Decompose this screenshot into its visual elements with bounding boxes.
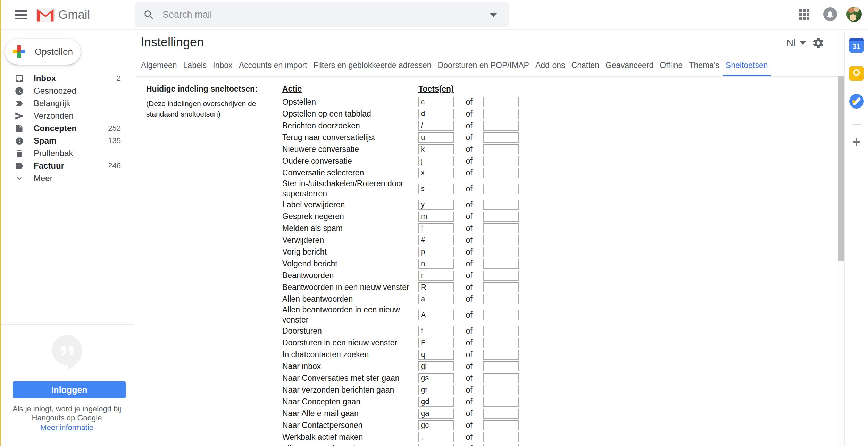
shortcut-key-input[interactable]	[418, 247, 454, 257]
shortcut-key-input[interactable]	[418, 259, 454, 269]
shortcut-alt-key-input[interactable]	[483, 200, 519, 210]
shortcut-key-input[interactable]	[418, 444, 454, 446]
shortcut-key-input[interactable]	[418, 310, 454, 320]
shortcut-key-input[interactable]	[418, 282, 454, 292]
tasks-icon[interactable]	[849, 94, 864, 109]
tab-chatten[interactable]: Chatten	[568, 56, 603, 76]
scrollbar-thumb[interactable]	[838, 76, 844, 261]
shortcut-alt-key-input[interactable]	[483, 373, 519, 383]
search-options-caret-icon[interactable]	[490, 13, 497, 17]
shortcut-alt-key-input[interactable]	[483, 259, 519, 269]
tab-thema-s[interactable]: Thema's	[686, 56, 722, 76]
shortcut-alt-key-input[interactable]	[483, 223, 519, 233]
shortcut-key-input[interactable]	[418, 409, 454, 419]
tab-sneltoetsen[interactable]: Sneltoetsen	[723, 56, 771, 76]
shortcut-key-input[interactable]	[418, 132, 454, 143]
tab-offline[interactable]: Offline	[657, 56, 686, 76]
tab-inbox[interactable]: Inbox	[210, 56, 235, 76]
shortcut-alt-key-input[interactable]	[483, 212, 519, 222]
shortcut-alt-key-input[interactable]	[483, 121, 519, 131]
add-addon-plus-icon[interactable]: +	[852, 135, 861, 149]
spam-icon	[15, 136, 24, 146]
shortcut-alt-key-input[interactable]	[483, 361, 519, 371]
shortcut-alt-key-input[interactable]	[483, 109, 519, 119]
shortcut-key-input[interactable]	[418, 109, 454, 119]
shortcut-alt-key-input[interactable]	[483, 247, 519, 257]
shortcut-alt-key-input[interactable]	[483, 310, 519, 320]
sidebar-item-prullenbak[interactable]: Prullenbak	[0, 147, 135, 160]
shortcut-key-input[interactable]	[418, 235, 454, 245]
shortcut-key-input[interactable]	[418, 397, 454, 407]
shortcut-alt-key-input[interactable]	[483, 420, 519, 430]
shortcut-alt-key-input[interactable]	[483, 156, 519, 166]
shortcut-key-input[interactable]	[418, 121, 454, 131]
sidebar-item-gesnoozed[interactable]: Gesnoozed	[0, 85, 135, 97]
tab-labels[interactable]: Labels	[180, 56, 210, 76]
sidebar-item-meer[interactable]: Meer	[0, 172, 135, 185]
shortcut-alt-key-input[interactable]	[483, 184, 519, 194]
tab-filters-en-geblokkeerde-adressen[interactable]: Filters en geblokkeerde adressen	[310, 56, 435, 76]
shortcut-key-input[interactable]	[418, 326, 454, 336]
tab-algemeen[interactable]: Algemeen	[138, 56, 180, 76]
shortcut-key-input[interactable]	[418, 350, 454, 360]
shortcut-key-input[interactable]	[418, 156, 454, 166]
shortcut-key-input[interactable]	[418, 294, 454, 304]
tab-doorsturen-en-pop-imap[interactable]: Doorsturen en POP/IMAP	[435, 56, 532, 76]
shortcut-alt-key-input[interactable]	[483, 271, 519, 281]
keep-icon[interactable]	[849, 66, 864, 81]
shortcut-alt-key-input[interactable]	[483, 432, 519, 442]
account-avatar[interactable]	[846, 7, 862, 22]
shortcut-alt-key-input[interactable]	[483, 350, 519, 360]
shortcut-key-input[interactable]	[418, 338, 454, 348]
tab-geavanceerd[interactable]: Geavanceerd	[602, 56, 657, 76]
shortcut-alt-key-input[interactable]	[483, 235, 519, 245]
hamburger-menu-icon[interactable]	[15, 10, 27, 19]
shortcut-alt-key-input[interactable]	[483, 409, 519, 419]
shortcut-key-input[interactable]	[418, 97, 454, 107]
shortcut-alt-key-input[interactable]	[483, 326, 519, 336]
shortcut-alt-key-input[interactable]	[483, 144, 519, 154]
sidebar-item-factuur[interactable]: Factuur246	[0, 160, 135, 172]
shortcut-alt-key-input[interactable]	[483, 294, 519, 304]
calendar-icon[interactable]: 31	[849, 38, 864, 53]
shortcut-alt-key-input[interactable]	[483, 132, 519, 143]
shortcut-key-input[interactable]	[418, 184, 454, 194]
shortcut-key-input[interactable]	[418, 200, 454, 210]
shortcut-alt-key-input[interactable]	[483, 97, 519, 107]
apps-grid-icon[interactable]	[799, 9, 809, 20]
language-caret-icon[interactable]	[800, 41, 806, 45]
shortcut-key-input[interactable]	[418, 212, 454, 222]
shortcut-alt-key-input[interactable]	[483, 397, 519, 407]
more-info-link[interactable]: Meer informatie	[0, 423, 134, 432]
shortcut-alt-key-input[interactable]	[483, 168, 519, 178]
sidebar-item-spam[interactable]: Spam135	[0, 135, 135, 147]
sidebar-item-verzonden[interactable]: Verzonden	[0, 110, 135, 122]
shortcut-row: Opstellenof	[282, 96, 838, 108]
shortcut-key-input[interactable]	[418, 385, 454, 395]
search-bar[interactable]	[135, 2, 509, 27]
language-selector[interactable]: Nl	[787, 38, 796, 49]
shortcut-key-input[interactable]	[418, 223, 454, 233]
sidebar-item-belangrijk[interactable]: Belangrijk	[0, 97, 135, 110]
shortcut-alt-key-input[interactable]	[483, 444, 519, 446]
shortcut-alt-key-input[interactable]	[483, 338, 519, 348]
shortcut-alt-key-input[interactable]	[483, 282, 519, 292]
tab-add-ons[interactable]: Add-ons	[532, 56, 568, 76]
shortcut-key-input[interactable]	[418, 432, 454, 442]
shortcut-key-input[interactable]	[418, 168, 454, 178]
shortcut-key-input[interactable]	[418, 144, 454, 154]
search-input[interactable]	[162, 9, 490, 20]
or-label: of	[465, 294, 474, 304]
shortcut-key-input[interactable]	[418, 420, 454, 430]
sidebar-item-concepten[interactable]: Concepten252	[0, 122, 135, 135]
compose-button[interactable]: Opstellen	[5, 39, 81, 65]
tab-accounts-en-import[interactable]: Accounts en import	[236, 56, 310, 76]
sidebar-item-inbox[interactable]: Inbox2	[0, 72, 135, 85]
sign-in-button[interactable]: Inloggen	[13, 381, 126, 398]
gear-icon[interactable]	[812, 37, 825, 49]
shortcut-alt-key-input[interactable]	[483, 385, 519, 395]
shortcut-key-input[interactable]	[418, 271, 454, 281]
notifications-bell-icon[interactable]	[823, 7, 837, 21]
shortcut-key-input[interactable]	[418, 361, 454, 371]
shortcut-key-input[interactable]	[418, 373, 454, 383]
